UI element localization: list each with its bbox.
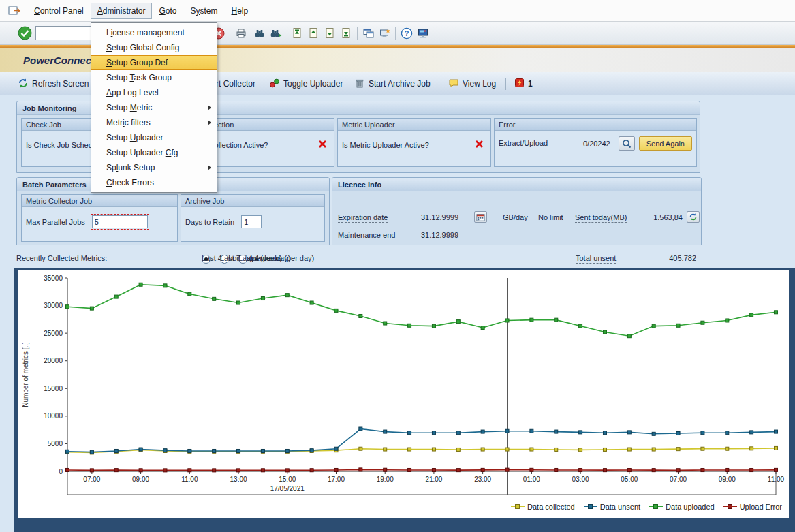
command-field[interactable]	[35, 26, 92, 40]
prev-page-icon[interactable]	[308, 27, 319, 42]
menu-item-setup-task-group[interactable]: Setup Task Group	[91, 70, 217, 85]
red-x-icon	[318, 139, 327, 151]
menu-item-label: Setup Global Config	[106, 43, 179, 52]
expiration-date-label: Expiration date	[338, 213, 388, 223]
svg-text:0: 0	[59, 468, 63, 475]
total-unsent-label: Total unsent	[576, 254, 616, 264]
svg-text:?: ?	[405, 29, 409, 37]
radio-last-4-weeks-per-day[interactable]: Last 4 weeks (per day)	[238, 255, 247, 264]
panel-metric-uploader: Metric Uploader Is Metric Uploader Activ…	[337, 118, 491, 167]
menu-item-setup-global-config[interactable]: Setup Global Config	[91, 40, 217, 55]
menu-item-metric-filters[interactable]: Metric filters	[91, 115, 217, 130]
menu-item-setup-metric[interactable]: Setup Metric	[91, 100, 217, 115]
svg-text:09:00: 09:00	[132, 475, 149, 483]
find-next-icon[interactable]	[270, 27, 282, 42]
days-to-retain-input[interactable]	[241, 215, 262, 228]
view-log-button[interactable]: View Log	[448, 72, 496, 95]
next-page-icon[interactable]	[324, 27, 335, 42]
svg-text:03:00: 03:00	[572, 475, 589, 483]
refresh-screen-button[interactable]: Refresh Screen	[18, 72, 89, 95]
svg-text:07:00: 07:00	[83, 475, 100, 483]
button-label: Refresh Screen	[32, 79, 89, 89]
menu-item-app-log-level[interactable]: App Log Level	[91, 85, 217, 100]
legend-label: Upload Error	[740, 503, 782, 511]
menu-item-label: License management	[106, 28, 185, 37]
menu-item-license-management[interactable]: License management	[91, 25, 217, 40]
toolbar-separator	[395, 27, 396, 40]
start-archive-job-button[interactable]: Start Archive Job	[354, 72, 431, 95]
menu-item-setup-uploader-cfg[interactable]: Setup Uploader Cfg	[91, 145, 217, 160]
gbday-label: GB/day	[503, 213, 528, 221]
enter-icon[interactable]	[18, 26, 32, 43]
detail-magnifier-button[interactable]	[619, 136, 635, 151]
shortcut-icon[interactable]	[379, 27, 391, 42]
chart-legend: Data collectedData unsentData uploadedUp…	[18, 495, 789, 518]
menubar: Control Panel Administrator Goto System …	[0, 0, 795, 22]
menu-item-label: Setup Metric	[106, 103, 152, 112]
menu-item-label: Check Errors	[106, 178, 154, 187]
print-icon[interactable]	[235, 27, 247, 42]
page-title: PowerConnect	[23, 54, 95, 66]
svg-text:01:00: 01:00	[523, 475, 540, 483]
svg-text:10000: 10000	[44, 412, 63, 420]
svg-text:30000: 30000	[44, 302, 63, 309]
toolbar-separator	[357, 27, 358, 40]
menu-item-splunk-setup[interactable]: Splunk Setup	[91, 160, 217, 175]
system-menu-icon[interactable]	[8, 5, 22, 16]
svg-text:13:00: 13:00	[230, 475, 247, 483]
send-again-button[interactable]: Send Again	[639, 136, 692, 151]
button-label: Toggle Uploader	[283, 79, 343, 89]
menubar-item-help[interactable]: Help	[224, 3, 255, 19]
sent-today-value: 1.563,84	[632, 213, 683, 221]
red-x-icon	[475, 139, 484, 151]
metrics-chart-control: 0500010000150002000025000300003500007:00…	[14, 268, 795, 532]
menu-item-check-errors[interactable]: Check Errors	[91, 175, 217, 190]
toggle-uploader-button[interactable]: Toggle Uploader	[269, 72, 343, 95]
apptoolbar-separator	[505, 78, 506, 90]
error-indicator-button[interactable]: 1	[514, 72, 533, 95]
panel-title: Archive Job	[181, 195, 324, 207]
panel-error: Error Extract/Upload 0/20242 Send Again	[494, 118, 697, 167]
svg-text:17/05/2021: 17/05/2021	[270, 485, 305, 492]
help-icon[interactable]: ?	[401, 27, 413, 42]
legend-swatch-icon	[649, 503, 663, 510]
menu-item-label: Setup Uploader	[106, 133, 163, 142]
new-session-icon[interactable]	[362, 27, 375, 42]
send-refresh-icon[interactable]	[687, 211, 700, 223]
button-label: View Log	[463, 79, 496, 89]
menu-item-setup-uploader[interactable]: Setup Uploader	[91, 130, 217, 145]
menu-item-setup-group-def[interactable]: Setup Group Def	[91, 55, 217, 70]
menubar-item-system[interactable]: System	[183, 3, 224, 19]
error-flag-icon	[514, 78, 525, 90]
menu-item-label: Setup Uploader Cfg	[106, 148, 178, 157]
menu-item-label: Setup Task Group	[106, 73, 172, 82]
svg-text:09:00: 09:00	[719, 475, 736, 483]
menubar-item-goto[interactable]: Goto	[152, 3, 183, 19]
svg-text:25000: 25000	[44, 330, 63, 337]
legend-swatch-icon	[584, 503, 597, 510]
metrics-line-chart: 0500010000150002000025000300003500007:00…	[18, 270, 789, 499]
customize-layout-icon[interactable]	[417, 27, 429, 42]
calendar-icon[interactable]	[474, 211, 487, 223]
svg-text:19:00: 19:00	[377, 475, 394, 483]
svg-text:23:00: 23:00	[474, 475, 491, 483]
max-parallel-jobs-input[interactable]	[92, 215, 148, 228]
administrator-menu: License managementSetup Global ConfigSet…	[91, 22, 217, 193]
radio-last-48-hours-per-hour[interactable]: Last 48 hours (per hour)	[202, 255, 211, 264]
menubar-item-administrator[interactable]: Administrator	[91, 3, 153, 19]
submenu-arrow-icon	[208, 165, 211, 170]
menubar-item-control-panel[interactable]: Control Panel	[27, 3, 91, 19]
metrics-filter-row: Recently Collected Metrics: Last 48 hour…	[0, 251, 795, 267]
legend-item-data-collected: Data collected	[511, 503, 575, 511]
panel-title: Metric Collector Job	[22, 195, 177, 207]
legend-item-data-uploaded: Data uploaded	[649, 503, 715, 511]
archive-icon	[354, 78, 365, 91]
first-page-icon[interactable]	[292, 27, 302, 42]
find-icon[interactable]	[253, 27, 266, 42]
legend-label: Data collected	[527, 503, 575, 511]
svg-text:11:00: 11:00	[181, 475, 198, 483]
last-page-icon[interactable]	[341, 27, 352, 42]
radio-last-7-days-per-day[interactable]: Last 7 days (per day)	[220, 255, 229, 264]
menu-item-label: Setup Group Def	[106, 58, 168, 67]
legend-item-data-unsent: Data unsent	[584, 503, 640, 511]
